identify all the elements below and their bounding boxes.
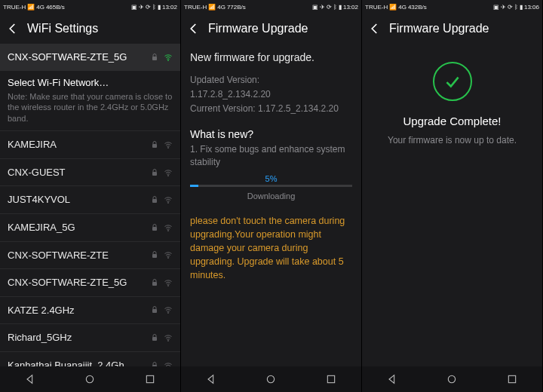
page-title: Firmware Upgrade xyxy=(389,22,489,35)
lock-icon xyxy=(150,168,159,177)
download-status: Downloading xyxy=(190,191,352,201)
nav-back-icon[interactable] xyxy=(24,373,36,385)
complete-title: Upgrade Complete! xyxy=(403,115,501,127)
nav-home-icon[interactable] xyxy=(265,373,277,385)
lock-icon xyxy=(150,53,159,62)
svg-rect-8 xyxy=(152,227,157,231)
lock-icon xyxy=(150,195,159,204)
status-bar: TRUE-H 📶 4G 772B/s ▣ ✈ ⟳ ᛒ ▮ 13:02 xyxy=(181,0,361,14)
page-title: Firmware Upgrade xyxy=(208,22,308,35)
status-bar: TRUE-H 📶 4G 465B/s ▣ ✈ ⟳ ᛒ ▮ 13:02 xyxy=(0,0,180,14)
wifi-icon xyxy=(164,333,173,342)
svg-point-17 xyxy=(168,341,169,341)
current-version-row: Current Version: 1.17.2.5_2.134.2.20 xyxy=(190,103,352,115)
wifi-row[interactable]: Richard_5GHz xyxy=(0,323,180,351)
current-version-value: 1.17.2.5_2.134.2.20 xyxy=(258,103,339,114)
lock-icon xyxy=(150,140,159,149)
wifi-list: KAMEJIRA CNX-GUEST JUST4KYVOL KAMEJIRA_5… xyxy=(0,130,180,366)
nav-home-icon[interactable] xyxy=(84,373,96,385)
signal-icon: 📶 xyxy=(389,4,397,11)
success-check-icon xyxy=(433,62,472,101)
battery-icon: ▮ xyxy=(339,4,342,11)
svg-rect-12 xyxy=(152,282,157,286)
updated-version-value: 1.17.2.8_2.134.2.20 xyxy=(190,88,352,101)
wifi-icon xyxy=(164,53,173,62)
nav-home-icon[interactable] xyxy=(446,373,458,385)
wifi-icon xyxy=(164,278,173,287)
wifi-name: Kanhathai Buapaijit_2.4Gh xyxy=(8,360,150,366)
svg-rect-18 xyxy=(152,365,157,366)
carrier-label: TRUE-H xyxy=(184,4,207,11)
wifi-row[interactable]: CNX-SOFTWARE-ZTE_5G xyxy=(0,268,180,296)
wifi-row[interactable]: Kanhathai Buapaijit_2.4Gh xyxy=(0,351,180,366)
wifi-icon xyxy=(164,223,173,232)
wifi-row[interactable]: CNX-SOFTWARE-ZTE xyxy=(0,241,180,269)
progress-bar xyxy=(190,185,352,187)
page-title: WiFi Settings xyxy=(27,22,98,35)
svg-rect-14 xyxy=(152,309,157,313)
wifi-row[interactable]: KAMEJIRA_5G xyxy=(0,213,180,241)
wifi-icon xyxy=(164,361,173,366)
svg-rect-10 xyxy=(152,254,157,258)
svg-point-7 xyxy=(168,203,169,204)
progress-fill xyxy=(190,185,198,187)
whats-new-label: What is new? xyxy=(190,128,352,140)
screen-firmware-upgrade: TRUE-H 📶 4G 772B/s ▣ ✈ ⟳ ᛒ ▮ 13:02 Firmw… xyxy=(181,0,362,392)
current-wifi-row[interactable]: CNX-SOFTWARE-ZTE_5G xyxy=(0,44,180,71)
svg-marker-26 xyxy=(389,375,394,384)
back-icon[interactable] xyxy=(368,22,382,35)
nav-recent-icon[interactable] xyxy=(325,373,337,385)
wifi-icon xyxy=(164,305,173,314)
download-progress: 5% Downloading xyxy=(190,174,352,201)
changelog: 1. Fix some bugs and enhance system stab… xyxy=(190,143,352,167)
svg-rect-4 xyxy=(152,172,157,176)
nfc-icon: ▣ xyxy=(131,4,137,11)
wifi-row[interactable]: CNX-GUEST xyxy=(0,158,180,186)
svg-rect-6 xyxy=(152,199,157,203)
svg-point-1 xyxy=(168,60,169,60)
svg-point-13 xyxy=(168,285,169,286)
net-rate: 465B/s xyxy=(46,4,65,11)
lock-icon xyxy=(150,305,159,314)
back-icon[interactable] xyxy=(6,22,20,35)
svg-point-9 xyxy=(168,230,169,231)
back-icon[interactable] xyxy=(187,22,201,35)
current-version-label: Current Version: xyxy=(190,103,256,114)
nfc-icon: ▣ xyxy=(312,4,318,11)
wifi-icon xyxy=(164,140,173,149)
lock-icon xyxy=(150,333,159,342)
nav-back-icon[interactable] xyxy=(386,373,398,385)
svg-rect-25 xyxy=(327,375,334,382)
current-wifi-name: CNX-SOFTWARE-ZTE_5G xyxy=(8,51,150,63)
wifi-row[interactable]: KATZE 2.4GHz xyxy=(0,296,180,324)
signal-icon: 📶 xyxy=(208,4,216,11)
header: WiFi Settings xyxy=(0,14,180,44)
progress-percent: 5% xyxy=(190,174,352,183)
lock-icon xyxy=(150,250,159,259)
android-navbar xyxy=(181,366,361,392)
svg-rect-2 xyxy=(152,144,157,148)
svg-marker-23 xyxy=(208,375,213,384)
header: Firmware Upgrade xyxy=(181,14,361,44)
lock-icon xyxy=(150,223,159,232)
signal-icon: 📶 xyxy=(27,4,35,11)
svg-point-5 xyxy=(168,175,169,176)
svg-point-11 xyxy=(168,258,169,259)
wifi-name: CNX-GUEST xyxy=(8,167,150,179)
wifi-name: KAMEJIRA_5G xyxy=(8,222,150,234)
wifi-row[interactable]: KAMEJIRA xyxy=(0,130,180,158)
wifi-note: Note: Make sure that your camera is clos… xyxy=(0,91,180,131)
svg-point-15 xyxy=(168,313,169,314)
nav-back-icon[interactable] xyxy=(205,373,217,385)
nav-recent-icon[interactable] xyxy=(506,373,518,385)
android-navbar xyxy=(0,366,180,392)
status-bar: TRUE-H 📶 4G 432B/s ▣ ✈ ⟳ ᛒ ▮ 13:06 xyxy=(362,0,542,14)
nav-recent-icon[interactable] xyxy=(144,373,156,385)
telegram-icon: ✈ xyxy=(501,4,506,11)
android-navbar xyxy=(362,366,542,392)
screen-wifi-settings: TRUE-H 📶 4G 465B/s ▣ ✈ ⟳ ᛒ ▮ 13:02 WiFi … xyxy=(0,0,181,392)
wifi-row[interactable]: JUST4KYVOL xyxy=(0,185,180,213)
firmware-body: New firmware for upgrade. Updated Versio… xyxy=(181,44,361,366)
net-type: 4G xyxy=(36,4,44,11)
svg-point-27 xyxy=(449,375,456,382)
